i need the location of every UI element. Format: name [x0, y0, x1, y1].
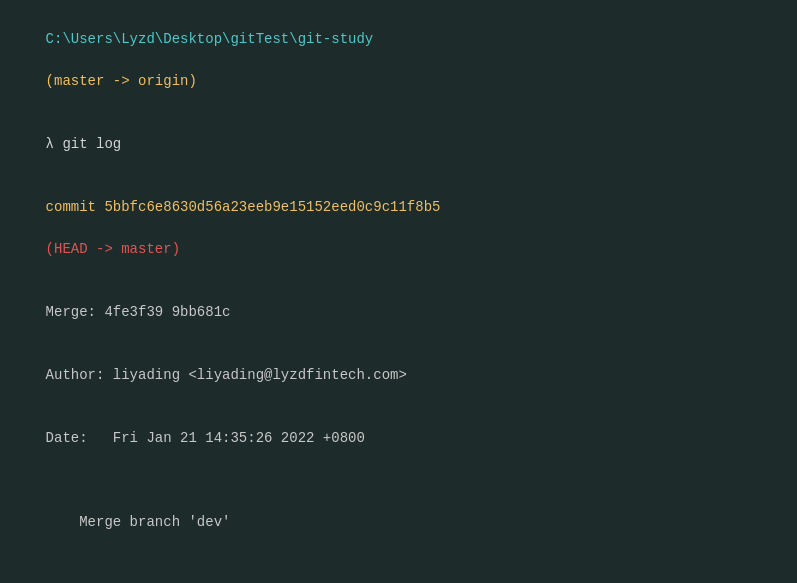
commit1-author: Author: liyading <liyading@lyzdfintech.c…: [46, 367, 407, 383]
prompt-separator: [46, 52, 54, 68]
commit1-message: Merge branch 'dev': [46, 514, 231, 530]
commit1-hash-line: commit 5bbfc6e8630d56a23eeb9e15152eed0c9…: [12, 176, 785, 281]
top-prompt-line: C:\Users\Lyzd\Desktop\gitTest\git-study …: [12, 8, 785, 113]
commit1-merge: Merge: 4fe3f39 9bb681c: [46, 304, 231, 320]
commit1-hash: commit 5bbfc6e8630d56a23eeb9e15152eed0c9…: [46, 199, 441, 215]
commit1-blank: [12, 470, 785, 491]
prompt-path: C:\Users\Lyzd\Desktop\gitTest\git-study: [46, 31, 374, 47]
commit1-author-line: Author: liyading <liyading@lyzdfintech.c…: [12, 344, 785, 407]
prompt-branch: (master -> origin): [46, 73, 197, 89]
commit1-message-line: Merge branch 'dev': [12, 491, 785, 554]
commit1-blank2: [12, 554, 785, 575]
commit1-merge-line: Merge: 4fe3f39 9bb681c: [12, 281, 785, 344]
commit2-hash-line: commit 9bb681c946084474e1510d9d11ce31a41…: [12, 575, 785, 583]
commit1-ref: (HEAD -> master): [46, 241, 180, 257]
command-line: λ git log: [12, 113, 785, 176]
command-text: λ git log: [46, 136, 122, 152]
commit1-ref-space: [46, 220, 54, 236]
terminal: C:\Users\Lyzd\Desktop\gitTest\git-study …: [0, 0, 797, 583]
commit1-date: Date: Fri Jan 21 14:35:26 2022 +0800: [46, 430, 365, 446]
commit1-date-line: Date: Fri Jan 21 14:35:26 2022 +0800: [12, 407, 785, 470]
